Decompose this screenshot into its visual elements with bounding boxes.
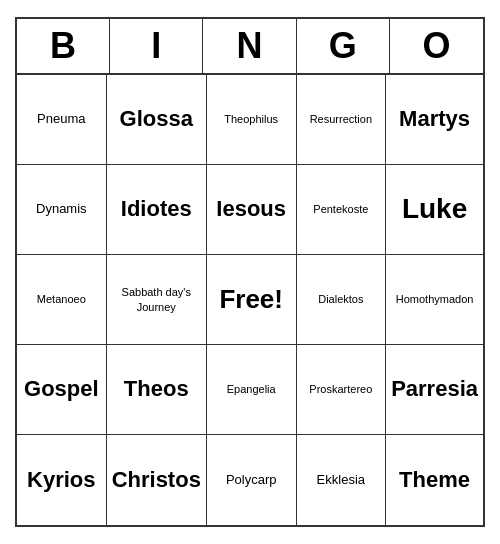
bingo-cell: Pneuma (17, 75, 107, 165)
cell-text: Luke (402, 191, 467, 227)
cell-text: Theos (124, 375, 189, 404)
bingo-cell: Resurrection (297, 75, 387, 165)
cell-text: Parresia (391, 375, 478, 404)
cell-text: Proskartereo (309, 382, 372, 396)
bingo-card: BINGO PneumaGlossaTheophilusResurrection… (15, 17, 485, 527)
cell-text: Ekklesia (317, 472, 365, 489)
cell-text: Theophilus (224, 112, 278, 126)
bingo-cell: Glossa (107, 75, 207, 165)
cell-text: Dynamis (36, 201, 87, 218)
bingo-cell: Homothymadon (386, 255, 483, 345)
cell-text: Martys (399, 105, 470, 134)
bingo-cell: Luke (386, 165, 483, 255)
header-letter: N (203, 19, 296, 73)
cell-text: Iesous (216, 195, 286, 224)
header-letter: O (390, 19, 483, 73)
bingo-cell: Theme (386, 435, 483, 525)
cell-text: Christos (112, 466, 201, 495)
header-letter: I (110, 19, 203, 73)
cell-text: Glossa (120, 105, 193, 134)
cell-text: Theme (399, 466, 470, 495)
bingo-cell: Proskartereo (297, 345, 387, 435)
bingo-cell: Gospel (17, 345, 107, 435)
bingo-cell: Iesous (207, 165, 297, 255)
cell-text: Resurrection (310, 112, 372, 126)
bingo-cell: Dialektos (297, 255, 387, 345)
cell-text: Epangelia (227, 382, 276, 396)
bingo-grid: PneumaGlossaTheophilusResurrectionMartys… (17, 75, 483, 525)
bingo-cell: Theos (107, 345, 207, 435)
bingo-cell: Idiotes (107, 165, 207, 255)
bingo-cell: Parresia (386, 345, 483, 435)
cell-text: Polycarp (226, 472, 277, 489)
bingo-cell: Dynamis (17, 165, 107, 255)
cell-text: Pneuma (37, 111, 85, 128)
bingo-cell: Pentekoste (297, 165, 387, 255)
header-letter: B (17, 19, 110, 73)
bingo-cell: Kyrios (17, 435, 107, 525)
bingo-cell: Theophilus (207, 75, 297, 165)
cell-text: Free! (219, 283, 283, 317)
bingo-cell: Christos (107, 435, 207, 525)
cell-text: Idiotes (121, 195, 192, 224)
bingo-cell: Epangelia (207, 345, 297, 435)
bingo-header: BINGO (17, 19, 483, 75)
cell-text: Dialektos (318, 292, 363, 306)
cell-text: Pentekoste (313, 202, 368, 216)
bingo-cell: Metanoeo (17, 255, 107, 345)
cell-text: Metanoeo (37, 292, 86, 306)
bingo-cell: Sabbath day's Journey (107, 255, 207, 345)
cell-text: Homothymadon (396, 292, 474, 306)
header-letter: G (297, 19, 390, 73)
cell-text: Kyrios (27, 466, 95, 495)
cell-text: Sabbath day's Journey (112, 285, 201, 314)
cell-text: Gospel (24, 375, 99, 404)
bingo-cell: Free! (207, 255, 297, 345)
bingo-cell: Polycarp (207, 435, 297, 525)
bingo-cell: Martys (386, 75, 483, 165)
bingo-cell: Ekklesia (297, 435, 387, 525)
